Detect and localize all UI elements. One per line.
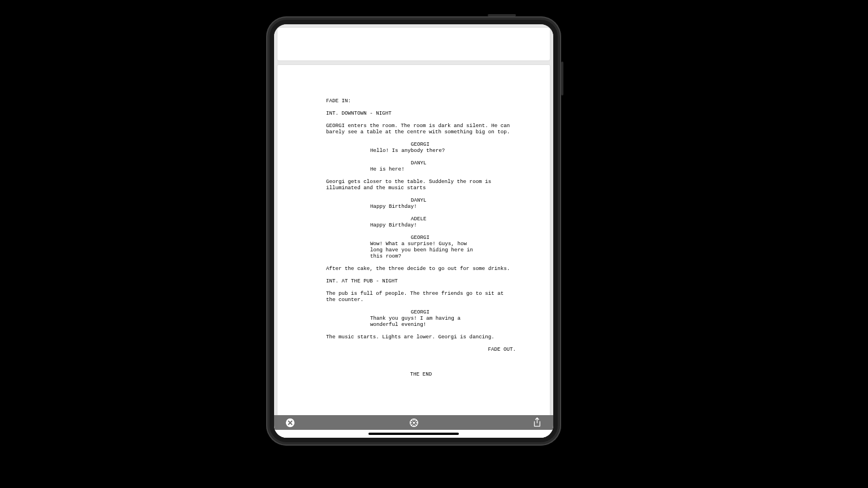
- blank-header-area: [277, 28, 550, 60]
- action-block: The music starts. Lights are lower. Geor…: [326, 334, 516, 340]
- tablet-top-button: [488, 14, 516, 16]
- svg-line-10: [411, 424, 412, 425]
- dialogue-line: Wow! What a surprise! Guys, how long hav…: [370, 241, 482, 259]
- close-button[interactable]: [285, 418, 295, 428]
- fade-out: FADE OUT.: [326, 346, 516, 352]
- close-icon: [285, 418, 295, 428]
- home-indicator[interactable]: [368, 433, 459, 435]
- preview-toolbar: [274, 415, 553, 430]
- scene-heading: INT. DOWNTOWN - NIGHT: [326, 110, 516, 116]
- action-block: Georgi gets closer to the table. Suddenl…: [326, 178, 516, 191]
- character-name: DANYL: [411, 197, 516, 203]
- home-indicator-area: [274, 430, 553, 438]
- tablet-screen: FADE IN: INT. DOWNTOWN - NIGHT GEORGI en…: [274, 24, 553, 438]
- stage: FADE IN: INT. DOWNTOWN - NIGHT GEORGI en…: [0, 0, 868, 488]
- dialogue-line: Hello! Is anybody there?: [370, 147, 482, 154]
- screenplay-page[interactable]: FADE IN: INT. DOWNTOWN - NIGHT GEORGI en…: [277, 65, 550, 438]
- character-name: GEORGI: [411, 141, 516, 147]
- dialogue-line: Thank you guys! I am having a wonderful …: [370, 315, 482, 328]
- dialogue-line: Happy Birthday!: [370, 222, 482, 228]
- scene-heading: INT. AT THE PUB - NIGHT: [326, 278, 516, 284]
- share-button[interactable]: [532, 418, 542, 428]
- action-block: After the cake, the three decide to go o…: [326, 265, 516, 272]
- dialogue-line: Happy Birthday!: [370, 203, 482, 210]
- tablet-side-button: [561, 62, 563, 95]
- character-name: DANYL: [411, 160, 516, 166]
- svg-line-7: [411, 420, 412, 421]
- svg-point-2: [413, 421, 415, 424]
- dialogue-line: He is here!: [370, 166, 482, 172]
- tablet-device-frame: FADE IN: INT. DOWNTOWN - NIGHT GEORGI en…: [266, 16, 561, 446]
- character-name: GEORGI: [411, 234, 516, 241]
- the-end: THE END: [326, 371, 516, 377]
- action-block: GEORGI enters the room. The room is dark…: [326, 123, 516, 135]
- svg-line-8: [415, 424, 416, 425]
- character-name: GEORGI: [411, 309, 516, 315]
- fade-in: FADE IN:: [326, 98, 516, 104]
- settings-button[interactable]: [409, 418, 419, 428]
- viewer-root: FADE IN: INT. DOWNTOWN - NIGHT GEORGI en…: [274, 24, 553, 438]
- svg-line-9: [415, 420, 416, 421]
- action-block: The pub is full of people. The three fri…: [326, 290, 516, 303]
- settings-wheel-icon: [409, 418, 419, 428]
- screenplay-content: FADE IN: INT. DOWNTOWN - NIGHT GEORGI en…: [326, 98, 516, 377]
- share-icon: [532, 417, 542, 428]
- character-name: ADELE: [411, 216, 516, 222]
